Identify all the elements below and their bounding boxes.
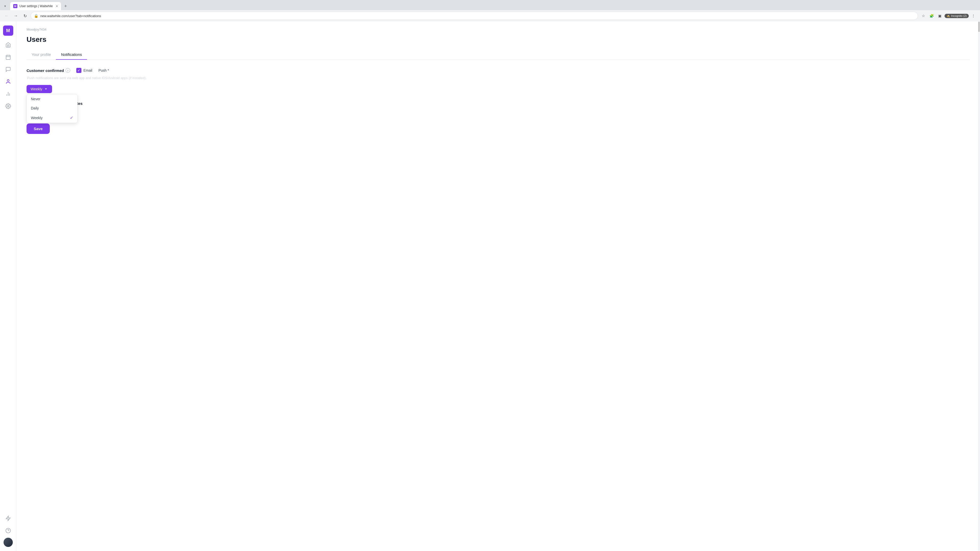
back-button[interactable]: ← — [3, 12, 10, 19]
save-button[interactable]: Save — [27, 124, 50, 134]
app-wrapper: M Moo — [0, 21, 980, 551]
dropdown-item-weekly-label: Weekly — [31, 116, 43, 120]
sidebar-bottom — [3, 513, 13, 547]
sidebar-item-settings[interactable] — [3, 101, 13, 111]
dropdown-item-daily-label: Daily — [31, 106, 39, 110]
customer-confirmed-row: Customer confirmed i ✓ Email Push * — [27, 68, 970, 73]
sidebar-avatar[interactable]: M — [3, 25, 13, 36]
dropdown-item-never[interactable]: Never — [27, 94, 77, 103]
toolbar-actions: ☆ 🧩 ▣ 🕵 Incognito (2) ⋮ — [920, 12, 977, 19]
sidebar-item-users[interactable] — [3, 76, 13, 87]
url-display: new.waitwhile.com/user?tab=notifications — [40, 14, 915, 18]
sidebar-user-avatar[interactable] — [3, 538, 13, 547]
incognito-icon: 🕵 — [947, 14, 950, 17]
info-icon[interactable]: i — [65, 68, 70, 73]
main-content: Moodjoy7434 Users Your profile Notificat… — [16, 21, 980, 551]
extensions-button[interactable]: 🧩 — [928, 12, 935, 19]
email-label: Email — [83, 68, 92, 73]
checkbox-check: ✓ — [77, 68, 80, 73]
scroll-track — [978, 21, 980, 551]
performance-updates-section: Send me performance updates Weekly ▲ — [27, 101, 970, 118]
lock-icon: 🔒 — [34, 14, 38, 18]
sidebar-item-chat[interactable] — [3, 64, 13, 75]
reload-button[interactable]: ↻ — [21, 12, 29, 19]
sidebar: M — [0, 21, 16, 551]
svg-rect-0 — [6, 56, 10, 60]
customer-confirmed-text: Customer confirmed — [27, 68, 64, 73]
dropdown-container: Weekly Never Daily Weekly ✓ — [27, 85, 970, 93]
dropdown-trigger[interactable]: Weekly — [27, 85, 52, 93]
browser-tab[interactable]: M User settings | Waitwhile × — [10, 2, 61, 10]
push-helper-text: Push notifications are sent via web app … — [27, 76, 970, 80]
svg-point-4 — [7, 79, 9, 81]
incognito-label: Incognito (2) — [951, 14, 967, 17]
bookmark-button[interactable]: ☆ — [920, 12, 927, 19]
customer-confirmed-section: Customer confirmed i ✓ Email Push * Push… — [27, 68, 970, 93]
user-avatar-image — [3, 538, 13, 547]
sidebar-toggle-button[interactable]: ▣ — [936, 12, 943, 19]
browser-tab-bar: ▾ M User settings | Waitwhile × + — [0, 0, 980, 10]
dropdown-item-weekly[interactable]: Weekly ✓ — [27, 113, 77, 123]
customer-confirmed-label: Customer confirmed i — [27, 68, 70, 73]
performance-updates-label: Send me performance updates — [27, 101, 970, 106]
sidebar-item-help[interactable] — [3, 526, 13, 536]
page-title: Users — [27, 35, 970, 44]
tab-profile[interactable]: Your profile — [27, 50, 56, 60]
menu-button[interactable]: ⋮ — [970, 12, 977, 19]
tab-nav-arrow-down[interactable]: ▾ — [2, 3, 8, 9]
svg-point-8 — [7, 105, 9, 107]
tab-close-button[interactable]: × — [56, 4, 58, 8]
dropdown-menu: Never Daily Weekly ✓ — [27, 94, 78, 123]
tab-nav-arrows: ▾ — [2, 3, 8, 9]
forward-button[interactable]: → — [12, 12, 19, 19]
sidebar-item-home[interactable] — [3, 40, 13, 50]
scroll-thumb[interactable] — [978, 22, 980, 32]
sidebar-item-bolt[interactable] — [3, 513, 13, 524]
tab-notifications[interactable]: Notifications — [56, 50, 87, 60]
push-label: Push * — [99, 68, 109, 73]
incognito-badge: 🕵 Incognito (2) — [945, 14, 969, 18]
new-tab-button[interactable]: + — [62, 3, 69, 10]
email-checkbox-group: ✓ Email — [76, 68, 92, 73]
browser-toolbar: ← → ↻ 🔒 new.waitwhile.com/user?tab=notif… — [0, 10, 980, 21]
tabs-container: Your profile Notifications — [27, 50, 970, 60]
email-checkbox[interactable]: ✓ — [76, 68, 81, 73]
browser-chrome: ▾ M User settings | Waitwhile × + ← → ↻ … — [0, 0, 980, 21]
tab-title: User settings | Waitwhile — [19, 4, 53, 8]
sidebar-item-analytics[interactable] — [3, 89, 13, 99]
dropdown-trigger-label: Weekly — [30, 87, 42, 91]
sidebar-item-calendar[interactable] — [3, 52, 13, 62]
dropdown-selected-check: ✓ — [70, 115, 73, 120]
address-bar[interactable]: 🔒 new.waitwhile.com/user?tab=notificatio… — [30, 12, 918, 20]
tab-favicon: M — [13, 4, 18, 8]
breadcrumb: Moodjoy7434 — [27, 27, 970, 32]
dropdown-item-daily[interactable]: Daily — [27, 103, 77, 113]
svg-marker-9 — [6, 516, 10, 521]
dropdown-item-never-label: Never — [31, 97, 40, 101]
